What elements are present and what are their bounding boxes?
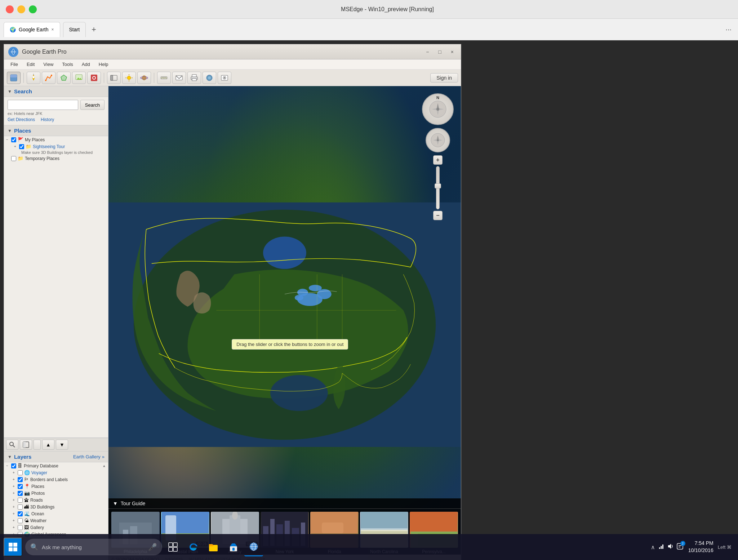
mac-close-button[interactable] [6,5,14,13]
ge-map-area[interactable]: Drag the slider or click the buttons to … [108,86,461,560]
layer-weather-row[interactable]: + 🌤 Weather [4,517,108,524]
sightseeing-expand-icon: + [14,145,19,148]
primary-db-label: Primary Database [24,463,58,468]
ge-close-button[interactable]: × [448,48,457,56]
sightseeing-tour-link[interactable]: Sightseeing Tour [33,144,65,149]
tour-guide-header[interactable]: ▼ Tour Guide [108,498,461,509]
toolbar-email-button[interactable] [172,72,186,84]
toolbar-add-polygon-button[interactable] [57,72,71,84]
places-panel-toggle[interactable] [20,440,32,450]
temporary-places-row[interactable]: 📁 Temporary Places [4,155,108,162]
my-places-row[interactable]: − 🚩 My Places [4,136,108,143]
sightseeing-checkbox[interactable] [19,144,24,149]
toolbar-image-overlay-button[interactable] [72,72,86,84]
layer-places-checkbox[interactable] [18,484,23,489]
history-link[interactable]: History [41,117,54,122]
task-view-button[interactable] [164,538,182,556]
zoom-in-button[interactable]: + [433,155,443,165]
ge-minimize-button[interactable]: − [423,48,432,56]
ge-maximize-button[interactable]: □ [435,48,444,56]
layer-photos-row[interactable]: + 📷 Photos [4,490,108,497]
taskbar-search-bar[interactable]: 🔍 Ask me anything 🎤 [25,539,162,555]
get-directions-link[interactable]: Get Directions [8,117,35,122]
borders-checkbox[interactable] [18,477,23,482]
primary-db-scroll-arrow[interactable]: ▲ [102,464,106,468]
toolbar-sun-button[interactable] [122,72,136,84]
browser-menu-button[interactable]: ··· [723,24,734,35]
new-tab-button[interactable]: + [92,25,96,34]
menu-add[interactable]: Add [78,61,94,68]
tilt-control[interactable] [426,128,450,152]
toolbar-screenshot-button[interactable] [218,72,231,84]
sightseeing-row[interactable]: + 📁 Sightseeing Tour [4,143,108,150]
menu-edit[interactable]: Edit [23,61,38,68]
3dbuildings-checkbox[interactable] [18,505,23,510]
edge-taskbar-button[interactable] [184,538,203,556]
layer-gallery-row[interactable]: + 🖼 Gallery [4,524,108,531]
toolbar-print-button[interactable] [187,72,201,84]
compass-control[interactable]: N [422,93,454,125]
zoom-slider-control[interactable]: + − [433,155,443,220]
menu-help[interactable]: Help [95,61,112,68]
search-button[interactable]: Search [80,100,105,110]
toolbar-ruler-button[interactable] [157,72,171,84]
roads-checkbox[interactable] [18,498,23,503]
temporary-places-checkbox[interactable] [11,156,16,161]
ocean-checkbox[interactable] [18,511,23,516]
toolbar-planets-button[interactable] [137,72,151,84]
primary-database-row[interactable]: − 🗄 Primary Database ▲ [4,462,108,469]
store-taskbar-button[interactable] [224,538,243,556]
mac-window-controls[interactable] [6,5,37,13]
tab-close-button[interactable]: × [52,27,54,32]
taskbar-clock[interactable]: 7:54 PM 10/10/2016 [688,540,713,554]
tray-volume-icon[interactable] [667,543,674,551]
layer-places-expand: + [13,484,18,488]
layer-3dbuildings-row[interactable]: + 🏙 3D Buildings [4,503,108,510]
photos-checkbox[interactable] [18,491,23,496]
microphone-icon[interactable]: 🎤 [148,543,157,551]
menu-tools[interactable]: Tools [58,61,76,68]
zoom-handle[interactable] [435,183,441,188]
mac-maximize-button[interactable] [29,5,37,13]
tray-network-icon[interactable] [658,543,664,551]
layer-borders-row[interactable]: + 🏳 Borders and Labels [4,476,108,483]
layers-section-header[interactable]: ▼ Layers Earth Gallery » [4,452,108,462]
search-section-header[interactable]: ▼ Search [4,86,108,97]
move-up-button[interactable]: ▲ [42,440,54,450]
move-down-button[interactable]: ▼ [56,440,68,450]
primary-db-checkbox[interactable] [11,463,16,468]
tray-up-arrow[interactable]: ∧ [651,544,655,551]
browser-tab-google-earth[interactable]: 🌍 Google Earth × [4,22,60,37]
menu-view[interactable]: View [40,61,57,68]
sign-in-button[interactable]: Sign in [430,73,458,83]
toolbar-map-options-button[interactable] [203,72,216,84]
file-explorer-taskbar-button[interactable] [204,538,223,556]
toolbar-map-view-button[interactable] [7,72,21,84]
back-in-view-button[interactable] [34,440,41,450]
weather-checkbox[interactable] [18,518,23,523]
toolbar-record-tour-button[interactable] [87,72,101,84]
menu-file[interactable]: File [7,61,22,68]
layer-places-row[interactable]: + 📍 Places [4,483,108,490]
toolbar-add-path-button[interactable] [42,72,55,84]
layer-voyager-row[interactable]: + 🌐 Voyager [4,469,108,476]
zoom-out-button[interactable]: − [433,211,443,220]
mac-minimize-button[interactable] [17,5,25,13]
toolbar-hide-sidebar-button[interactable] [107,72,121,84]
layer-ocean-row[interactable]: + 🌊 Ocean [4,510,108,517]
borders-expand: + [13,477,18,481]
places-section-header[interactable]: ▼ Places [4,125,108,136]
browser-tab-start[interactable]: Start [63,22,86,37]
tray-action-center[interactable]: 2 [677,543,683,551]
gallery-checkbox[interactable] [18,525,23,530]
my-places-checkbox[interactable] [11,137,16,142]
earth-gallery-link[interactable]: Earth Gallery » [73,454,105,459]
start-button[interactable] [4,538,22,556]
toolbar-add-placemark-button[interactable] [27,72,40,84]
zoom-track[interactable] [436,166,440,209]
voyager-checkbox[interactable] [18,470,23,475]
layer-roads-row[interactable]: + 🛣 Roads [4,497,108,503]
search-input[interactable] [8,100,78,110]
ge-taskbar-button[interactable] [244,538,263,556]
search-panel-toggle[interactable] [6,440,18,450]
